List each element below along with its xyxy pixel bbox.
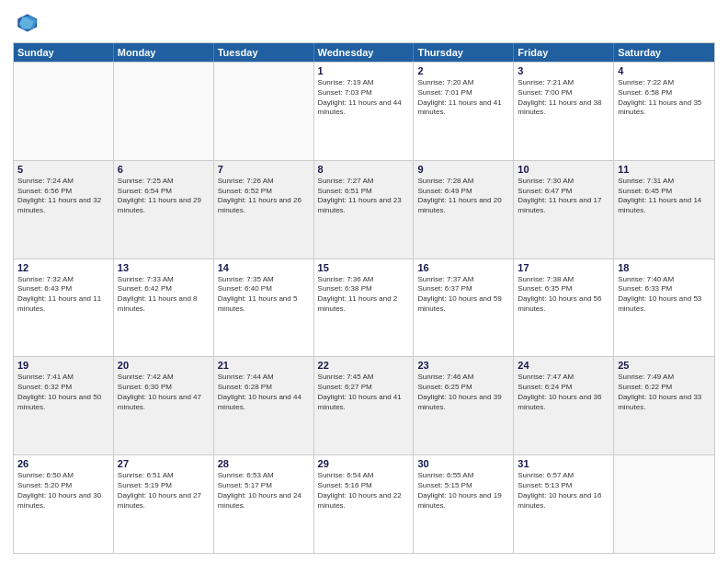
day-number: 9 <box>417 164 509 175</box>
logo-icon <box>13 9 39 35</box>
calendar-cell: 17Sunrise: 7:38 AMSunset: 6:35 PMDayligh… <box>514 259 614 357</box>
day-number: 10 <box>518 164 609 175</box>
calendar-header: SundayMondayTuesdayWednesdayThursdayFrid… <box>14 43 714 62</box>
day-number: 16 <box>417 262 509 273</box>
day-number: 19 <box>17 360 109 371</box>
day-info: Sunrise: 7:22 AMSunset: 6:58 PMDaylight:… <box>618 78 711 118</box>
day-number: 12 <box>17 262 109 273</box>
header-day-tuesday: Tuesday <box>214 43 314 62</box>
day-info: Sunrise: 7:26 AMSunset: 6:52 PMDaylight:… <box>218 177 310 216</box>
day-number: 22 <box>318 360 410 371</box>
calendar-cell: 3Sunrise: 7:21 AMSunset: 7:00 PMDaylight… <box>514 63 614 160</box>
day-info: Sunrise: 7:42 AMSunset: 6:30 PMDaylight:… <box>118 373 210 412</box>
calendar-cell: 30Sunrise: 6:55 AMSunset: 5:15 PMDayligh… <box>414 455 514 553</box>
header-day-wednesday: Wednesday <box>314 43 415 62</box>
day-number: 1 <box>318 65 410 76</box>
calendar-cell <box>214 63 314 160</box>
day-number: 3 <box>518 65 609 76</box>
calendar-row-0: 1Sunrise: 7:19 AMSunset: 7:03 PMDaylight… <box>14 62 714 160</box>
day-info: Sunrise: 7:30 AMSunset: 6:47 PMDaylight:… <box>518 177 609 216</box>
day-number: 20 <box>118 360 210 371</box>
day-number: 27 <box>118 458 210 469</box>
day-info: Sunrise: 7:21 AMSunset: 7:00 PMDaylight:… <box>518 78 609 118</box>
day-number: 30 <box>417 458 509 469</box>
day-number: 18 <box>618 262 711 273</box>
day-info: Sunrise: 7:38 AMSunset: 6:35 PMDaylight:… <box>518 275 609 315</box>
calendar-body: 1Sunrise: 7:19 AMSunset: 7:03 PMDaylight… <box>14 62 714 553</box>
calendar-cell: 21Sunrise: 7:44 AMSunset: 6:28 PMDayligh… <box>214 357 314 454</box>
header-day-thursday: Thursday <box>414 43 514 62</box>
calendar-cell: 26Sunrise: 6:50 AMSunset: 5:20 PMDayligh… <box>14 455 114 553</box>
day-info: Sunrise: 7:40 AMSunset: 6:33 PMDaylight:… <box>618 275 711 315</box>
calendar-cell: 8Sunrise: 7:27 AMSunset: 6:51 PMDaylight… <box>314 161 415 259</box>
calendar-cell: 14Sunrise: 7:35 AMSunset: 6:40 PMDayligh… <box>214 259 314 357</box>
logo <box>13 9 42 35</box>
day-info: Sunrise: 6:50 AMSunset: 5:20 PMDaylight:… <box>17 471 109 511</box>
calendar-cell: 1Sunrise: 7:19 AMSunset: 7:03 PMDaylight… <box>314 63 415 160</box>
calendar-cell: 31Sunrise: 6:57 AMSunset: 5:13 PMDayligh… <box>514 455 614 553</box>
day-info: Sunrise: 7:45 AMSunset: 6:27 PMDaylight:… <box>318 373 410 412</box>
day-info: Sunrise: 6:57 AMSunset: 5:13 PMDaylight:… <box>518 471 609 511</box>
calendar-cell: 13Sunrise: 7:33 AMSunset: 6:42 PMDayligh… <box>114 259 214 357</box>
day-info: Sunrise: 7:44 AMSunset: 6:28 PMDaylight:… <box>218 373 310 412</box>
day-number: 8 <box>318 164 410 175</box>
day-number: 13 <box>118 262 210 273</box>
calendar-cell: 27Sunrise: 6:51 AMSunset: 5:19 PMDayligh… <box>114 455 214 553</box>
day-number: 26 <box>17 458 109 469</box>
day-number: 4 <box>618 65 711 76</box>
day-info: Sunrise: 7:20 AMSunset: 7:01 PMDaylight:… <box>417 78 509 118</box>
day-info: Sunrise: 7:37 AMSunset: 6:37 PMDaylight:… <box>417 275 509 315</box>
day-info: Sunrise: 7:27 AMSunset: 6:51 PMDaylight:… <box>318 177 410 216</box>
day-number: 7 <box>218 164 310 175</box>
header <box>13 9 715 35</box>
calendar-cell: 18Sunrise: 7:40 AMSunset: 6:33 PMDayligh… <box>614 259 714 357</box>
day-number: 11 <box>618 164 711 175</box>
calendar: SundayMondayTuesdayWednesdayThursdayFrid… <box>13 42 715 554</box>
day-number: 14 <box>218 262 310 273</box>
calendar-cell: 19Sunrise: 7:41 AMSunset: 6:32 PMDayligh… <box>14 357 114 454</box>
calendar-row-2: 12Sunrise: 7:32 AMSunset: 6:43 PMDayligh… <box>14 259 714 357</box>
day-number: 17 <box>518 262 609 273</box>
day-number: 25 <box>618 360 711 371</box>
calendar-cell: 24Sunrise: 7:47 AMSunset: 6:24 PMDayligh… <box>514 357 614 454</box>
day-info: Sunrise: 6:54 AMSunset: 5:16 PMDaylight:… <box>318 471 410 511</box>
day-info: Sunrise: 7:49 AMSunset: 6:22 PMDaylight:… <box>618 373 711 412</box>
day-info: Sunrise: 7:33 AMSunset: 6:42 PMDaylight:… <box>118 275 210 315</box>
day-info: Sunrise: 7:36 AMSunset: 6:38 PMDaylight:… <box>318 275 410 315</box>
calendar-cell: 22Sunrise: 7:45 AMSunset: 6:27 PMDayligh… <box>314 357 415 454</box>
day-info: Sunrise: 7:28 AMSunset: 6:49 PMDaylight:… <box>417 177 509 216</box>
day-number: 21 <box>218 360 310 371</box>
day-info: Sunrise: 7:35 AMSunset: 6:40 PMDaylight:… <box>218 275 310 315</box>
calendar-row-3: 19Sunrise: 7:41 AMSunset: 6:32 PMDayligh… <box>14 356 714 454</box>
day-info: Sunrise: 7:41 AMSunset: 6:32 PMDaylight:… <box>17 373 109 412</box>
day-number: 28 <box>218 458 310 469</box>
day-info: Sunrise: 7:47 AMSunset: 6:24 PMDaylight:… <box>518 373 609 412</box>
header-day-friday: Friday <box>514 43 614 62</box>
day-info: Sunrise: 7:25 AMSunset: 6:54 PMDaylight:… <box>118 177 210 216</box>
calendar-cell: 7Sunrise: 7:26 AMSunset: 6:52 PMDaylight… <box>214 161 314 259</box>
calendar-row-1: 5Sunrise: 7:24 AMSunset: 6:56 PMDaylight… <box>14 160 714 259</box>
calendar-cell: 25Sunrise: 7:49 AMSunset: 6:22 PMDayligh… <box>614 357 714 454</box>
header-day-sunday: Sunday <box>14 43 114 62</box>
day-number: 2 <box>417 65 509 76</box>
header-day-saturday: Saturday <box>614 43 714 62</box>
calendar-row-4: 26Sunrise: 6:50 AMSunset: 5:20 PMDayligh… <box>14 454 714 553</box>
day-number: 24 <box>518 360 609 371</box>
calendar-cell: 20Sunrise: 7:42 AMSunset: 6:30 PMDayligh… <box>114 357 214 454</box>
calendar-cell <box>14 63 114 160</box>
day-info: Sunrise: 6:51 AMSunset: 5:19 PMDaylight:… <box>118 471 210 511</box>
calendar-cell <box>614 455 714 553</box>
day-number: 23 <box>417 360 509 371</box>
day-info: Sunrise: 7:31 AMSunset: 6:45 PMDaylight:… <box>618 177 711 216</box>
calendar-cell: 15Sunrise: 7:36 AMSunset: 6:38 PMDayligh… <box>314 259 415 357</box>
calendar-cell: 2Sunrise: 7:20 AMSunset: 7:01 PMDaylight… <box>414 63 514 160</box>
day-number: 15 <box>318 262 410 273</box>
calendar-cell: 10Sunrise: 7:30 AMSunset: 6:47 PMDayligh… <box>514 161 614 259</box>
day-info: Sunrise: 7:19 AMSunset: 7:03 PMDaylight:… <box>318 78 410 118</box>
calendar-cell: 6Sunrise: 7:25 AMSunset: 6:54 PMDaylight… <box>114 161 214 259</box>
day-number: 6 <box>118 164 210 175</box>
day-info: Sunrise: 7:32 AMSunset: 6:43 PMDaylight:… <box>17 275 109 315</box>
day-number: 5 <box>17 164 109 175</box>
header-day-monday: Monday <box>114 43 214 62</box>
calendar-cell: 23Sunrise: 7:46 AMSunset: 6:25 PMDayligh… <box>414 357 514 454</box>
